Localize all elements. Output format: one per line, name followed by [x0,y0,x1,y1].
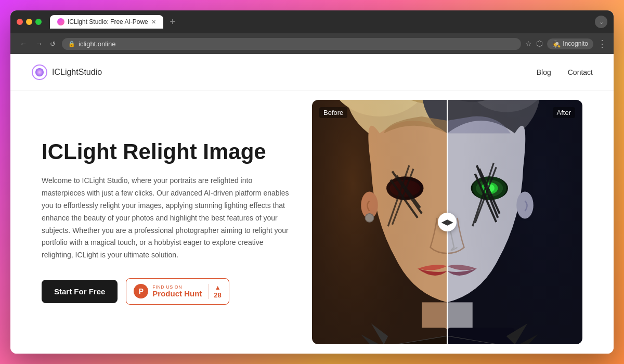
hero-cta: Start For Free P FIND US ON Product Hunt… [42,278,291,305]
maximize-window-button[interactable] [35,19,42,25]
site-nav-links: Blog Contact [537,68,593,76]
svg-point-19 [365,214,373,222]
ph-name-label: Product Hunt [152,290,202,298]
toolbar-right: ☆ ⬡ 🕵 Incognito ⋮ [525,38,607,49]
blog-link[interactable]: Blog [537,68,551,76]
start-for-free-button[interactable]: Start For Free [42,280,118,303]
svg-point-4 [346,100,498,150]
logo-ic-text: ICLight [52,68,79,76]
svg-point-12 [471,176,509,200]
logo-icon [31,64,48,81]
svg-rect-22 [380,328,447,344]
tab-favicon-icon [57,18,64,25]
ph-arrow-icon: ▲ [215,284,221,291]
svg-point-14 [481,183,498,194]
hero-description: Welcome to ICLight Studio, where your po… [42,175,291,262]
svg-rect-3 [447,100,582,344]
svg-point-6 [388,100,473,104]
bookmark-icon[interactable]: ☆ [525,40,532,48]
svg-rect-21 [422,302,447,344]
handle-arrows-icon: ◀▶ [441,218,453,226]
product-hunt-text: FIND US ON Product Hunt [152,284,202,298]
site-nav: ICLightStudio Blog Contact [10,54,614,90]
svg-point-18 [361,192,378,219]
forward-button[interactable]: → [32,37,46,50]
incognito-label: Incognito [563,40,588,47]
before-label: Before [319,107,347,118]
svg-rect-25 [312,100,447,344]
svg-point-17 [473,176,506,200]
minimize-window-button[interactable] [26,19,32,25]
address-bar[interactable]: 🔒 iclight.online [62,38,521,50]
svg-point-9 [435,100,511,102]
browser-options-icon[interactable]: ⋮ [597,38,607,49]
site-main: ICLight Relight Image Welcome to ICLight… [10,90,614,354]
ssl-lock-icon: 🔒 [68,41,75,47]
nav-buttons: ← → ↺ [17,37,58,50]
browser-titlebar: ICLight Studio: Free AI-Powe ✕ + ⌄ [10,10,614,33]
svg-point-11 [390,180,421,197]
svg-point-20 [516,192,534,219]
hero-title: ICLight Relight Image [42,139,291,164]
svg-point-15 [485,184,495,192]
svg-rect-2 [312,100,447,344]
comparison-inner: Before After ◀▶ [312,100,582,344]
svg-rect-26 [447,100,582,344]
refresh-button[interactable]: ↺ [48,38,58,50]
svg-point-1 [35,68,44,76]
browser-menu-button[interactable]: ⌄ [595,16,607,28]
browser-toolbar: ← → ↺ 🔒 iclight.online ☆ ⬡ 🕵 Incognito ⋮ [10,33,614,54]
back-button[interactable]: ← [17,37,30,50]
incognito-icon: 🕵 [552,40,561,48]
tab-bar: ICLight Studio: Free AI-Powe ✕ + [50,15,591,29]
site-logo: ICLightStudio [31,64,102,81]
incognito-button[interactable]: 🕵 Incognito [547,38,593,49]
hero-content: ICLight Relight Image Welcome to ICLight… [42,139,291,305]
logo-text: ICLightStudio [52,68,102,77]
website-content: ICLightStudio Blog Contact ICLight Relig… [10,54,614,354]
ph-upvote-count: ▲ 28 [208,284,221,299]
svg-point-7 [422,100,540,146]
traffic-lights [17,19,42,25]
browser-tab-active[interactable]: ICLight Studio: Free AI-Powe ✕ [50,15,163,29]
product-hunt-button[interactable]: P FIND US ON Product Hunt ▲ 28 [126,278,229,305]
url-text: iclight.online [79,40,116,48]
svg-rect-23 [447,302,473,344]
svg-rect-24 [447,328,515,344]
close-window-button[interactable] [17,19,23,25]
comparison-handle[interactable]: ◀▶ [438,213,457,231]
new-tab-button[interactable]: + [165,15,180,29]
contact-link[interactable]: Contact [568,68,593,76]
browser-window: ICLight Studio: Free AI-Powe ✕ + ⌄ ← → ↺… [10,10,614,354]
svg-point-13 [476,180,503,197]
tab-title: ICLight Studio: Free AI-Powe [68,18,148,25]
svg-point-8 [464,100,549,112]
tab-close-button[interactable]: ✕ [151,19,156,25]
svg-point-10 [386,176,424,200]
before-after-comparison[interactable]: Before After ◀▶ [312,100,582,344]
extensions-icon[interactable]: ⬡ [536,39,543,48]
svg-point-16 [485,185,489,189]
ph-count-number: 28 [214,291,221,299]
product-hunt-logo: P [134,284,148,298]
after-label: After [553,107,575,118]
logo-studio-text: Studio [79,68,102,76]
